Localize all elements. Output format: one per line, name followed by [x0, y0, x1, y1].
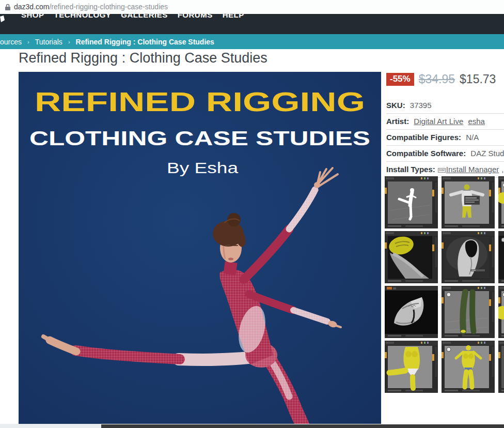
- product-hero-image[interactable]: REFINED RIGGING CLOTHING CASE STUDIES By…: [19, 72, 381, 424]
- install-manager-link[interactable]: Install Manager: [446, 165, 499, 174]
- hero-byline: By Esha: [167, 159, 238, 176]
- url-text[interactable]: daz3d.com/refined-rigging-clothing-case-…: [14, 0, 168, 14]
- thumb-green-leggings[interactable]: [442, 286, 495, 338]
- thumb-tpose-yellow-dialog[interactable]: [442, 176, 495, 228]
- compatible-software-row: Compatible Software: DAZ Studio: [386, 146, 504, 162]
- thumb-hip-closeup-yellow[interactable]: [385, 231, 438, 283]
- thumb-white-figure-dance-pose[interactable]: [385, 176, 438, 228]
- nav-item-shop[interactable]: SHOP: [21, 14, 44, 19]
- bottom-strip-light: [0, 424, 101, 428]
- thumb-partial-2[interactable]: [498, 231, 504, 283]
- nav-item-galleries[interactable]: GALLERIES: [121, 14, 167, 19]
- breadcrumb: ources › Tutorials › Refined Rigging : C…: [0, 34, 504, 49]
- compatible-figures-row: Compatible Figures: N/A: [386, 130, 504, 146]
- hero-background: [19, 72, 381, 424]
- sku-label: SKU:: [386, 101, 405, 110]
- price-row: -55% $34.95 $15.73: [386, 72, 504, 86]
- sku-row: SKU: 37395: [386, 98, 504, 114]
- artist-link-esha[interactable]: esha: [468, 117, 485, 126]
- site-navbar: SHOP TECHNOLOGY GALLERIES FORUMS HELP: [0, 14, 504, 34]
- site-logo-partial[interactable]: [0, 16, 5, 26]
- compatible-software-value: DAZ Studio: [470, 149, 504, 158]
- hero-subtitle: CLOTHING CASE STUDIES: [29, 128, 370, 149]
- compatible-figures-value: N/A: [466, 133, 479, 142]
- thumb-shoe-closeup[interactable]: [442, 231, 495, 283]
- hero-title: REFINED RIGGING: [35, 87, 365, 117]
- product-specs: SKU: 37395 Artist: Digital Art Live esha…: [386, 98, 504, 178]
- nav-item-help[interactable]: HELP: [223, 14, 244, 19]
- discount-badge: -55%: [386, 73, 414, 86]
- thumb-yellow-figure-white-underwear[interactable]: [385, 341, 438, 393]
- thumbnail-gallery: [385, 176, 504, 393]
- install-suffix: ,: [501, 165, 503, 174]
- breadcrumb-current: Refined Rigging : Clothing Case Studies: [76, 38, 214, 46]
- nav-item-technology[interactable]: TECHNOLOGY: [54, 14, 112, 19]
- thumb-yellow-figure-blue-panties[interactable]: [442, 341, 495, 393]
- thumb-partial-4[interactable]: [498, 341, 504, 393]
- thumb-partial-1[interactable]: [498, 176, 504, 228]
- breadcrumb-separator-icon: ›: [68, 39, 70, 45]
- dim-icon: DIM: [438, 168, 446, 173]
- artist-link-digital-art-live[interactable]: Digital Art Live: [414, 117, 463, 126]
- product-info-panel: -55% $34.95 $15.73 SKU: 37395 Artist: Di…: [386, 72, 504, 178]
- install-types-label: Install Types:: [386, 165, 435, 174]
- sku-value: 37395: [410, 101, 432, 110]
- current-price: $15.73: [460, 72, 496, 86]
- old-price: $34.95: [419, 72, 455, 86]
- breadcrumb-tutorials[interactable]: Tutorials: [35, 38, 62, 46]
- url-path: /refined-rigging-clothing-case-studies: [49, 3, 168, 11]
- compatible-software-label: Compatible Software:: [386, 149, 466, 158]
- nav-item-forums[interactable]: FORUMS: [178, 14, 213, 19]
- breadcrumb-resources[interactable]: ources: [0, 38, 22, 46]
- breadcrumb-separator-icon: ›: [27, 39, 29, 45]
- bottom-strip-dark: [101, 424, 504, 428]
- artist-row: Artist: Digital Art Live esha: [386, 114, 504, 130]
- install-types-row: Install Types:DIMInstall Manager,: [386, 162, 504, 178]
- compatible-figures-label: Compatible Figures:: [386, 133, 461, 142]
- artist-label: Artist:: [386, 117, 409, 126]
- lock-icon: [5, 4, 11, 13]
- url-domain: daz3d.com: [14, 3, 49, 11]
- thumb-partial-3[interactable]: [498, 286, 504, 338]
- page-title: Refined Rigging : Clothing Case Studies: [19, 50, 267, 66]
- thumb-cloth-ruffle-closeup[interactable]: [385, 286, 438, 338]
- address-bar[interactable]: daz3d.com/refined-rigging-clothing-case-…: [0, 0, 504, 14]
